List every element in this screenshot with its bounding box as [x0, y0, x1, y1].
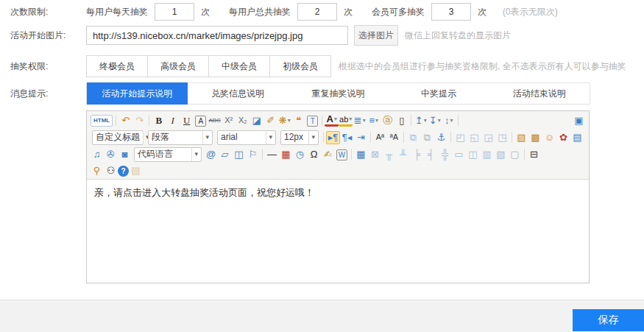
- media-icon[interactable]: ◙: [118, 147, 132, 161]
- quick-style-icon[interactable]: A: [195, 116, 206, 127]
- table-row-insert-icon[interactable]: ╨: [396, 147, 410, 161]
- table-split-cell-icon[interactable]: ◫: [466, 147, 480, 161]
- unordered-list-icon[interactable]: ≡: [367, 113, 381, 127]
- font-color-icon[interactable]: A: [325, 114, 339, 127]
- first-line-indent-icon[interactable]: ⇥: [354, 130, 368, 144]
- strikethrough-icon[interactable]: ABC: [208, 113, 222, 127]
- start-image-url-input[interactable]: [86, 26, 348, 45]
- image-center-icon[interactable]: ◱: [467, 130, 481, 144]
- auto-typeset-icon[interactable]: ❋: [277, 113, 291, 127]
- video-icon[interactable]: ▤: [570, 130, 584, 144]
- image-left-icon[interactable]: ◰: [453, 130, 467, 144]
- anchor-icon[interactable]: ⚓: [434, 130, 448, 144]
- highlight-color-icon[interactable]: ab: [339, 114, 353, 127]
- table-col-delete-icon[interactable]: ╬: [438, 147, 452, 161]
- message-label: 消息提示:: [10, 88, 86, 100]
- print-icon[interactable]: ⊟: [527, 147, 541, 161]
- table-header-icon[interactable]: ▧: [494, 147, 508, 161]
- member-group-button[interactable]: 终极会员: [86, 55, 148, 77]
- remove-format-icon[interactable]: ◪: [250, 113, 263, 127]
- message-tab[interactable]: 活动结束说明: [489, 83, 590, 104]
- template-icon[interactable]: ▢: [508, 147, 522, 161]
- paste-icon[interactable]: ▤: [129, 163, 143, 177]
- font-shrink-icon[interactable]: ªA: [387, 130, 401, 144]
- clock-icon[interactable]: ◷: [293, 147, 307, 161]
- underline-icon[interactable]: U: [180, 113, 194, 127]
- unlink-icon[interactable]: ⧉: [420, 130, 434, 144]
- table-props-icon[interactable]: ▥: [480, 147, 494, 161]
- font-size-select[interactable]: 12px: [280, 130, 319, 145]
- font-family-select[interactable]: arial: [217, 130, 276, 145]
- redo-icon[interactable]: ↷: [132, 113, 146, 127]
- margin-bottom-icon[interactable]: ↧: [428, 113, 442, 127]
- member-group-button[interactable]: 高级会员: [147, 55, 209, 77]
- word-import-icon[interactable]: W: [336, 149, 347, 160]
- columns-icon[interactable]: ◫: [232, 147, 246, 161]
- preview-icon[interactable]: ⚲: [90, 163, 104, 177]
- member-group-buttons: 终极会员高级会员中级会员初级会员: [86, 55, 331, 77]
- limit-count-input[interactable]: [155, 3, 194, 21]
- page-break-icon[interactable]: ▱: [218, 147, 232, 161]
- limit-count-input[interactable]: [431, 3, 471, 21]
- html-source-icon[interactable]: HTML: [91, 115, 113, 127]
- choose-image-button[interactable]: 选择图片: [354, 25, 398, 46]
- new-document-icon[interactable]: ▯: [394, 113, 408, 127]
- limit-unit-label: 次: [201, 6, 210, 18]
- emoticon-icon[interactable]: ☺: [542, 130, 556, 144]
- signature-icon[interactable]: ✍: [321, 147, 335, 161]
- ordered-list-icon[interactable]: ≣: [353, 113, 367, 127]
- link-icon[interactable]: ⧉: [406, 130, 420, 144]
- line-height-icon[interactable]: ↕: [442, 113, 456, 127]
- table-merge-cells-icon[interactable]: ▭: [452, 147, 466, 161]
- table-row-delete-icon[interactable]: ╡: [424, 147, 438, 161]
- italic-icon[interactable]: I: [166, 113, 180, 127]
- message-tab[interactable]: 重复抽奖说明: [288, 83, 389, 104]
- ltr-paragraph-icon[interactable]: ▸¶: [326, 131, 340, 144]
- music-icon[interactable]: ♫: [90, 147, 104, 161]
- font-enlarge-icon[interactable]: Aª: [373, 130, 387, 144]
- image-right-icon[interactable]: ◲: [481, 130, 495, 144]
- table-col-insert-icon[interactable]: ╞: [410, 147, 424, 161]
- image-block-icon[interactable]: ◳: [495, 130, 509, 144]
- special-char-icon[interactable]: Ω: [307, 147, 321, 161]
- attachment-icon[interactable]: ✇: [104, 147, 118, 161]
- format-painter-icon[interactable]: ✐: [263, 113, 277, 127]
- undo-icon[interactable]: ↶: [118, 113, 132, 127]
- hr-icon[interactable]: —: [265, 147, 279, 161]
- message-tab[interactable]: 兑奖信息说明: [188, 83, 289, 104]
- table-cell-props-icon[interactable]: ╥: [382, 147, 396, 161]
- image-icon[interactable]: ▧: [514, 130, 528, 144]
- editor-toolbar: HTML↶↷BIUAABCX²X₂◪✐❋❝TAab≣≡ⓐ▯↥↧↕▣ 自定义标题段…: [87, 111, 589, 180]
- limit-count-input[interactable]: [297, 3, 337, 21]
- limit-field-label: 会员可多抽奖: [372, 6, 425, 18]
- code-language-select[interactable]: 代码语言: [134, 147, 202, 162]
- message-tab[interactable]: 活动开始提示说明: [87, 82, 188, 105]
- save-button[interactable]: 保存: [573, 309, 644, 331]
- member-group-button[interactable]: 中级会员: [208, 55, 270, 77]
- message-tab[interactable]: 中奖提示: [389, 83, 489, 104]
- table-delete-icon[interactable]: ⊠: [368, 147, 382, 161]
- find-replace-icon[interactable]: ⚇: [104, 163, 118, 177]
- insert-code-icon[interactable]: @: [204, 147, 218, 161]
- album-icon[interactable]: ▩: [528, 130, 542, 144]
- calendar-icon[interactable]: ▦: [279, 147, 293, 161]
- margin-top-icon[interactable]: ↥: [414, 113, 428, 127]
- custom-title-select[interactable]: 自定义标题: [92, 130, 144, 145]
- bold-icon[interactable]: B: [152, 113, 166, 127]
- fullscreen-icon[interactable]: ▣: [572, 113, 586, 127]
- editor-content-area[interactable]: 亲，请点击进入大转盘抽奖活动页面，祝您好运哦！: [87, 180, 589, 283]
- rtl-paragraph-icon[interactable]: ¶◂: [340, 130, 354, 144]
- paragraph-select[interactable]: 段落: [148, 130, 213, 145]
- table-icon[interactable]: ▦: [354, 147, 368, 161]
- limit-field: 每用户每天抽奖 次: [86, 3, 210, 21]
- help-icon[interactable]: ?: [118, 166, 129, 177]
- palette-icon[interactable]: ✿: [556, 130, 570, 144]
- circled-letter-icon[interactable]: ⓐ: [381, 113, 394, 127]
- map-icon[interactable]: ⚐: [246, 147, 260, 161]
- blockquote-icon[interactable]: ❝: [291, 113, 305, 127]
- permission-row: 抽奖权限: 终极会员高级会员中级会员初级会员 根据选中的会员组进行参与抽奖资格限…: [10, 55, 644, 77]
- paste-plain-icon[interactable]: T: [307, 116, 318, 127]
- subscript-icon[interactable]: X₂: [236, 113, 250, 127]
- member-group-button[interactable]: 初级会员: [269, 55, 331, 77]
- superscript-icon[interactable]: X²: [222, 113, 236, 127]
